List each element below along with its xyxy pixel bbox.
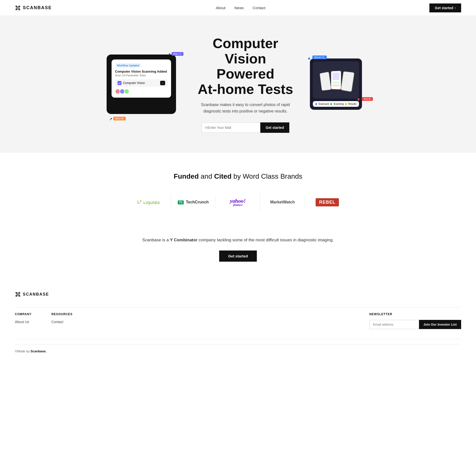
newsletter-email-input[interactable] [369,320,419,329]
brand-yahoo: yahoo! finance [216,193,260,212]
hero-subtitle: Scanbase makes it easy to convert photos… [196,102,295,114]
footer-logo: SCANBASE [15,291,461,297]
footer-contact-link[interactable]: Contact [51,320,72,324]
scan-label-3: Results [348,103,357,105]
footer-newsletter-col: NEWSLETTER Join Our Investor List [369,312,461,329]
svg-rect-0 [17,7,18,8]
phone-subtitle: Scan 10-Parameter Tests [115,74,168,77]
mail-icon: ✉ [205,126,208,130]
footer-logo-text: SCANBASE [23,292,49,297]
newsletter-form: Join Our Investor List [369,320,461,329]
hero-right-mockup: ▲ Steven G. Scancard Scannin [310,58,369,110]
phone-avatars [115,89,168,94]
footer-newsletter-title: NEWSLETTER [369,312,461,316]
cursor-mary-label: Mary M. [113,117,126,120]
cursor-marc: ↗ Marc S. [167,52,183,57]
brands-row: L2 LIQUID2 TC TechCrunch yahoo! finance … [15,193,461,212]
footer-resources-col: RESOURCES Contact [51,312,72,329]
navbar: SCANBASE About News Contact Get started … [0,0,476,16]
scan-results: Scancard Scanning Results [313,101,359,107]
phone-tag: Computer Vision › [115,79,168,87]
phone-tag-icon [118,81,121,85]
mini-phone-1 [320,72,331,91]
scan-label-2: Scanning [333,103,344,105]
yc-cta-button[interactable]: Get started [219,251,257,262]
mini-phone-2 [331,71,341,89]
footer-columns: COMPANY About Us RESOURCES Contact NEWSL… [15,312,461,329]
footer-logo-icon [15,291,21,297]
phone-right-screen [313,61,359,99]
hero-left-mockup: Workflow Updated Computer Vision Scannin… [107,55,181,114]
phone-title: Computer Vision Scanning Added [115,70,168,73]
cursor-mary: ↗ Mary M. [109,117,126,121]
cursor-tom: ▼ Tom B. [356,97,373,102]
cursor-marc-label: Marc S. [172,52,183,56]
scan-dot-scanning [330,103,332,105]
workflow-badge: Workflow Updated [115,63,141,68]
scan-label-1: Scancard [318,103,329,105]
footer: SCANBASE COMPANY About Us RESOURCES Cont… [0,277,476,361]
phone-inner: Workflow Updated Computer Vision Scannin… [112,59,171,98]
hero-email-input[interactable] [208,123,257,133]
logo-icon [15,5,21,11]
footer-divider-top [15,307,461,307]
logo-text: SCANBASE [23,5,52,10]
brand-rebel: REBEL [305,193,350,211]
scan-dot-scancard [315,103,317,105]
phone-tag-label: Computer Vision [123,81,145,85]
hero-title: Computer Vision Powered At-home Tests [196,36,295,97]
footer-company-title: COMPANY [15,312,31,316]
nav-cta-button[interactable]: Get started › [429,3,461,12]
phone-tag-button[interactable]: › [160,81,165,85]
hero-input-wrap: ✉ [202,122,260,133]
cursor-tom-label: Tom B. [362,97,373,101]
footer-resources-title: RESOURCES [51,312,72,316]
phone-right-container: Scancard Scanning Results [310,58,362,110]
hero-cta-button[interactable]: Get started [260,122,290,133]
brand-liquid2: L2 LIQUID2 [126,195,171,210]
nav-contact[interactable]: Contact [253,6,266,10]
hero-section: Workflow Updated Computer Vision Scannin… [0,16,476,153]
scan-dot-results [345,103,347,105]
nav-news[interactable]: News [235,6,244,10]
brand-marketwatch: MarketWatch [260,195,305,209]
footer-divider-bottom [15,339,461,339]
brands-section: Funded and Cited by Word Class Brands L2… [0,153,476,232]
logo: SCANBASE [15,5,52,11]
nav-cta-arrow: › [455,6,456,10]
nav-cta-label: Get started [435,6,453,10]
mini-phone-3 [341,71,355,92]
cursor-steven-label: Steven G. [312,56,327,59]
footer-brand-name: Scanbase. [30,349,46,353]
hero-center: Computer Vision Powered At-home Tests Sc… [196,36,295,133]
svg-rect-1 [118,81,121,85]
nav-about[interactable]: About [216,6,225,10]
nav-links: About News Contact [216,6,265,10]
brand-techcrunch: TC TechCrunch [171,195,216,209]
footer-about-us-link[interactable]: About Us [15,320,31,324]
yc-section: Scanbase is a Y Combinator company tackl… [0,232,476,277]
footer-copyright: ©Made by Scanbase. [15,344,461,353]
footer-company-col: COMPANY About Us [15,312,31,329]
newsletter-submit-button[interactable]: Join Our Investor List [419,320,461,329]
hero-form: ✉ Get started [196,122,295,133]
phone-mockup: Workflow Updated Computer Vision Scannin… [107,55,176,114]
yc-name: Y Combinator [170,238,197,242]
brands-title: Funded and Cited by Word Class Brands [15,172,461,180]
cursor-steven: ▲ Steven G. [307,56,327,61]
svg-rect-2 [17,294,18,295]
avatar-3 [124,89,129,94]
yc-text: Scanbase is a Y Combinator company tackl… [15,237,461,244]
